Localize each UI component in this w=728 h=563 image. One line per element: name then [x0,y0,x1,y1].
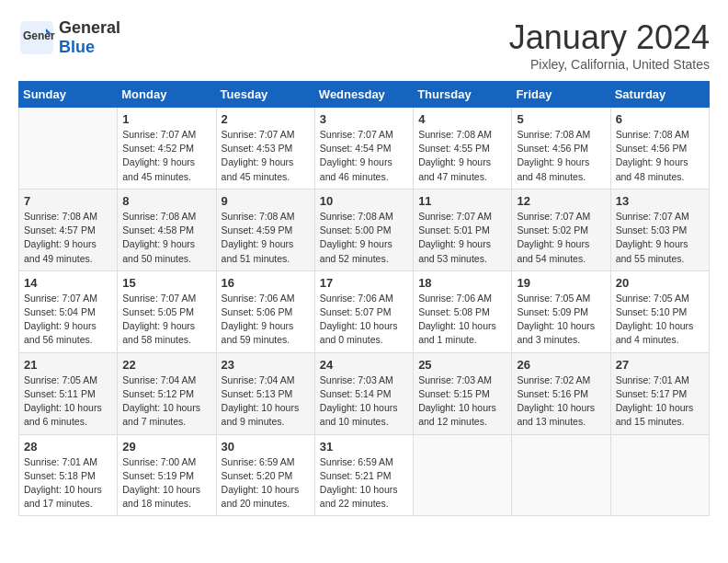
day-info: Sunrise: 7:03 AMSunset: 5:14 PMDaylight:… [320,373,408,430]
day-info: Sunrise: 7:08 AMSunset: 4:56 PMDaylight:… [517,128,605,184]
calendar-day-cell: 25Sunrise: 7:03 AMSunset: 5:15 PMDayligh… [414,352,512,434]
day-number: 22 [122,358,210,372]
day-number: 1 [122,112,210,126]
weekday-header: Monday [118,82,216,108]
day-number: 10 [320,194,408,208]
calendar-day-cell: 18Sunrise: 7:06 AMSunset: 5:08 PMDayligh… [414,270,512,352]
calendar-day-cell: 22Sunrise: 7:04 AMSunset: 5:12 PMDayligh… [118,352,216,434]
day-info: Sunrise: 7:07 AMSunset: 5:01 PMDaylight:… [418,210,506,266]
calendar-day-cell: 29Sunrise: 7:00 AMSunset: 5:19 PMDayligh… [118,434,216,516]
day-info: Sunrise: 7:08 AMSunset: 4:57 PMDaylight:… [24,210,112,266]
day-info: Sunrise: 7:01 AMSunset: 5:17 PMDaylight:… [616,373,704,430]
day-number: 12 [517,194,605,208]
weekday-header: Tuesday [216,82,314,108]
day-info: Sunrise: 7:07 AMSunset: 4:54 PMDaylight:… [320,128,408,184]
day-number: 7 [24,194,112,208]
weekday-header: Saturday [610,82,709,108]
calendar-day-cell: 23Sunrise: 7:04 AMSunset: 5:13 PMDayligh… [216,352,314,434]
calendar-day-cell [414,434,512,516]
day-info: Sunrise: 7:08 AMSunset: 4:59 PMDaylight:… [222,210,310,266]
day-info: Sunrise: 7:05 AMSunset: 5:10 PMDaylight:… [616,292,704,348]
day-info: Sunrise: 7:06 AMSunset: 5:08 PMDaylight:… [418,292,506,348]
calendar-week-row: 1Sunrise: 7:07 AMSunset: 4:52 PMDaylight… [19,108,710,190]
day-info: Sunrise: 7:07 AMSunset: 5:04 PMDaylight:… [24,292,112,348]
day-info: Sunrise: 7:08 AMSunset: 5:00 PMDaylight:… [320,210,408,266]
day-info: Sunrise: 7:02 AMSunset: 5:16 PMDaylight:… [517,373,605,430]
logo: General General Blue [18,18,120,57]
day-info: Sunrise: 7:04 AMSunset: 5:13 PMDaylight:… [222,373,310,430]
day-info: Sunrise: 7:08 AMSunset: 4:55 PMDaylight:… [418,128,506,184]
calendar-day-cell: 3Sunrise: 7:07 AMSunset: 4:54 PMDaylight… [314,108,413,190]
calendar-day-cell: 31Sunrise: 6:59 AMSunset: 5:21 PMDayligh… [314,434,413,516]
day-info: Sunrise: 7:07 AMSunset: 4:52 PMDaylight:… [122,128,210,184]
day-info: Sunrise: 7:07 AMSunset: 5:03 PMDaylight:… [616,210,704,266]
day-number: 18 [418,276,506,290]
day-number: 21 [24,358,112,372]
day-number: 29 [122,440,210,454]
day-number: 28 [24,440,112,454]
page-header: General General Blue January 2024 Pixley… [18,18,710,72]
calendar-day-cell: 13Sunrise: 7:07 AMSunset: 5:03 PMDayligh… [610,189,709,270]
calendar-day-cell: 15Sunrise: 7:07 AMSunset: 5:05 PMDayligh… [118,270,216,352]
calendar-day-cell: 28Sunrise: 7:01 AMSunset: 5:18 PMDayligh… [19,434,118,516]
calendar-day-cell: 6Sunrise: 7:08 AMSunset: 4:56 PMDaylight… [610,108,709,190]
day-info: Sunrise: 6:59 AMSunset: 5:20 PMDaylight:… [222,455,310,511]
day-number: 3 [320,112,408,126]
calendar-day-cell: 10Sunrise: 7:08 AMSunset: 5:00 PMDayligh… [314,189,413,270]
month-title: January 2024 [509,18,710,57]
day-info: Sunrise: 7:05 AMSunset: 5:11 PMDaylight:… [24,373,112,430]
day-info: Sunrise: 7:04 AMSunset: 5:12 PMDaylight:… [122,373,210,430]
calendar-day-cell [19,108,118,190]
day-info: Sunrise: 7:00 AMSunset: 5:19 PMDaylight:… [122,455,210,511]
day-number: 25 [418,358,506,372]
calendar-day-cell: 17Sunrise: 7:06 AMSunset: 5:07 PMDayligh… [314,270,413,352]
calendar-day-cell: 19Sunrise: 7:05 AMSunset: 5:09 PMDayligh… [512,270,610,352]
day-number: 20 [616,276,704,290]
weekday-header: Thursday [414,82,512,108]
weekday-header: Sunday [19,82,118,108]
day-number: 17 [320,276,408,290]
day-number: 11 [418,194,506,208]
day-info: Sunrise: 7:01 AMSunset: 5:18 PMDaylight:… [24,455,112,511]
day-number: 2 [222,112,310,126]
calendar-day-cell: 24Sunrise: 7:03 AMSunset: 5:14 PMDayligh… [314,352,413,434]
weekday-header-row: SundayMondayTuesdayWednesdayThursdayFrid… [19,82,710,108]
calendar-day-cell: 26Sunrise: 7:02 AMSunset: 5:16 PMDayligh… [512,352,610,434]
day-number: 31 [320,440,408,454]
calendar-day-cell: 2Sunrise: 7:07 AMSunset: 4:53 PMDaylight… [216,108,314,190]
day-number: 23 [222,358,310,372]
calendar-day-cell: 27Sunrise: 7:01 AMSunset: 5:17 PMDayligh… [610,352,709,434]
day-number: 19 [517,276,605,290]
logo-text-general: General [59,18,120,38]
calendar-day-cell: 12Sunrise: 7:07 AMSunset: 5:02 PMDayligh… [512,189,610,270]
day-number: 27 [616,358,704,372]
day-info: Sunrise: 7:07 AMSunset: 5:02 PMDaylight:… [517,210,605,266]
weekday-header: Wednesday [314,82,413,108]
calendar-day-cell: 5Sunrise: 7:08 AMSunset: 4:56 PMDaylight… [512,108,610,190]
calendar-week-row: 14Sunrise: 7:07 AMSunset: 5:04 PMDayligh… [19,270,710,352]
calendar-day-cell: 8Sunrise: 7:08 AMSunset: 4:58 PMDaylight… [118,189,216,270]
day-info: Sunrise: 7:08 AMSunset: 4:58 PMDaylight:… [122,210,210,266]
location-subtitle: Pixley, California, United States [509,57,710,72]
day-number: 8 [122,194,210,208]
calendar-day-cell: 20Sunrise: 7:05 AMSunset: 5:10 PMDayligh… [610,270,709,352]
weekday-header: Friday [512,82,610,108]
day-number: 30 [222,440,310,454]
calendar-day-cell: 30Sunrise: 6:59 AMSunset: 5:20 PMDayligh… [216,434,314,516]
calendar-day-cell: 7Sunrise: 7:08 AMSunset: 4:57 PMDaylight… [19,189,118,270]
calendar-week-row: 21Sunrise: 7:05 AMSunset: 5:11 PMDayligh… [19,352,710,434]
svg-text:General: General [23,29,55,42]
day-info: Sunrise: 7:05 AMSunset: 5:09 PMDaylight:… [517,292,605,348]
day-number: 4 [418,112,506,126]
calendar-day-cell: 14Sunrise: 7:07 AMSunset: 5:04 PMDayligh… [19,270,118,352]
title-block: January 2024 Pixley, California, United … [509,18,710,72]
day-info: Sunrise: 6:59 AMSunset: 5:21 PMDaylight:… [320,455,408,511]
day-number: 16 [222,276,310,290]
calendar-day-cell [512,434,610,516]
calendar-day-cell: 1Sunrise: 7:07 AMSunset: 4:52 PMDaylight… [118,108,216,190]
calendar-day-cell: 11Sunrise: 7:07 AMSunset: 5:01 PMDayligh… [414,189,512,270]
calendar-day-cell [610,434,709,516]
day-number: 6 [616,112,704,126]
logo-text-blue: Blue [59,38,120,57]
day-info: Sunrise: 7:08 AMSunset: 4:56 PMDaylight:… [616,128,704,184]
